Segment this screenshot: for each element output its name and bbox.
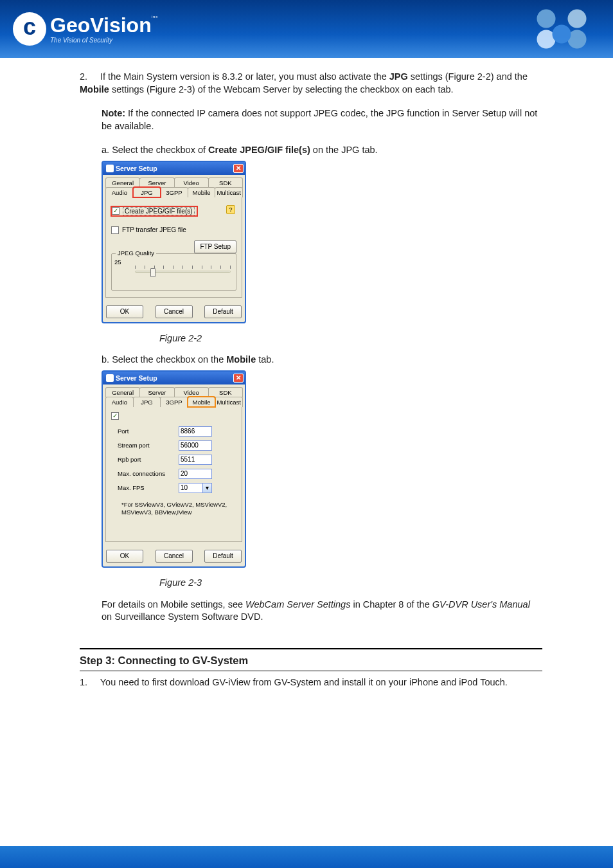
- tab-jpg[interactable]: JPG: [133, 397, 161, 407]
- default-button[interactable]: Default: [204, 305, 242, 318]
- tab-mobile[interactable]: Mobile: [188, 187, 216, 197]
- tab-mobile[interactable]: Mobile: [188, 397, 216, 407]
- tab-audio[interactable]: Audio: [105, 397, 134, 407]
- intro-num: 2.: [80, 71, 98, 84]
- app-icon: [106, 374, 114, 382]
- tab-general[interactable]: General: [105, 387, 140, 397]
- tab-general[interactable]: General: [105, 177, 140, 188]
- input-rpb-port[interactable]: [179, 455, 212, 465]
- tab-sdk[interactable]: SDK: [208, 177, 243, 188]
- input-max-fps[interactable]: [179, 483, 203, 493]
- groupbox-jpeg-quality: JPEG Quality 25: [111, 253, 236, 291]
- tab-server[interactable]: Server: [139, 177, 174, 188]
- note-paragraph: Note: If the connected IP camera does no…: [102, 107, 542, 132]
- tab-server[interactable]: Server: [139, 387, 174, 397]
- tab-audio[interactable]: Audio: [105, 187, 134, 197]
- substep-a: a. Select the checkbox of Create JPEG/GI…: [102, 144, 542, 157]
- checkbox-create-jpeg[interactable]: [112, 207, 120, 215]
- checkbox-enable-mobile[interactable]: [111, 412, 119, 420]
- close-icon[interactable]: ✕: [233, 374, 244, 383]
- step3-body: 1. You need to first download GV-iView f…: [80, 676, 542, 689]
- panel-jpg: Create JPEG/GIF file(s) ? FTP transfer J…: [105, 197, 242, 298]
- input-stream-port[interactable]: [179, 440, 212, 451]
- tab-sdk[interactable]: SDK: [208, 387, 243, 397]
- tab-video[interactable]: Video: [174, 387, 209, 397]
- tab-3gpp[interactable]: 3GPP: [160, 187, 188, 197]
- label-port: Port: [111, 428, 179, 435]
- dialog-mobile: Server Setup ✕ General Server Video SDK …: [102, 370, 246, 568]
- dialog-title-2: Server Setup ✕: [103, 372, 245, 384]
- mobile-note: *For SSViewV3, GViewV2, MSViewV2, MSView…: [111, 497, 236, 517]
- brand-geo: Geo: [50, 14, 90, 37]
- ok-button[interactable]: OK: [106, 305, 143, 318]
- app-icon: [106, 165, 114, 172]
- label-max-conn: Max. connections: [111, 470, 179, 477]
- brand-vision: Vision: [90, 14, 151, 37]
- dialog-title: Server Setup ✕: [103, 162, 245, 175]
- tab-video[interactable]: Video: [174, 177, 209, 188]
- post-paragraph: For details on Mobile settings, see WebC…: [102, 599, 542, 624]
- checkbox-ftp-transfer[interactable]: [111, 226, 119, 234]
- label-ftp-transfer: FTP transfer JPEG file: [122, 226, 186, 233]
- default-button[interactable]: Default: [204, 550, 242, 563]
- brand-tagline: The Vision of Security: [50, 37, 158, 44]
- intro-paragraph: 2. If the Main System version is 8.3.2 o…: [80, 71, 542, 96]
- cancel-button[interactable]: Cancel: [155, 305, 193, 318]
- input-port[interactable]: [179, 426, 212, 437]
- tab-multicast[interactable]: Multicast: [215, 187, 243, 197]
- page-footer: [0, 846, 613, 868]
- label-max-fps: Max. FPS: [111, 484, 179, 491]
- page-content: 2. If the Main System version is 8.3.2 o…: [0, 58, 613, 689]
- page-header: GeoVisioninc The Vision of Security: [0, 0, 613, 58]
- puzzle-icon: [523, 3, 600, 55]
- label-stream-port: Stream port: [111, 442, 179, 449]
- close-icon[interactable]: ✕: [233, 164, 244, 173]
- label-rpb-port: Rpb port: [111, 456, 179, 463]
- substep-b: b. Select the checkbox on the Mobile tab…: [102, 354, 542, 366]
- panel-mobile: Port Stream port Rpb port Max. connectio…: [105, 407, 242, 542]
- ok-button[interactable]: OK: [106, 550, 143, 563]
- tab-multicast[interactable]: Multicast: [215, 397, 243, 407]
- divider: [80, 671, 542, 671]
- chevron-down-icon[interactable]: ▾: [203, 483, 212, 493]
- logo-mark-icon: [13, 12, 46, 46]
- groupbox-title: JPEG Quality: [116, 249, 156, 257]
- figure-2-3-caption: Figure 2-3: [159, 577, 542, 590]
- cancel-button[interactable]: Cancel: [155, 550, 193, 563]
- dialog-jpg: Server Setup ✕ General Server Video SDK …: [102, 161, 246, 323]
- step3-title: Step 3: Connecting to GV-System: [80, 655, 542, 667]
- slider-thumb-icon[interactable]: [150, 268, 155, 277]
- tab-jpg[interactable]: JPG: [133, 187, 161, 197]
- figure-2-2-caption: Figure 2-2: [159, 332, 542, 345]
- brand-suffix: inc: [152, 15, 159, 19]
- tab-3gpp[interactable]: 3GPP: [160, 397, 188, 407]
- ftp-setup-button[interactable]: FTP Setup: [194, 240, 236, 253]
- note-label: Note:: [102, 108, 125, 118]
- label-create-jpeg: Create JPEG/GIF file(s): [123, 207, 195, 215]
- divider: [80, 648, 542, 649]
- logo: GeoVisioninc The Vision of Security: [13, 12, 158, 46]
- input-max-conn[interactable]: [179, 469, 212, 479]
- help-icon[interactable]: ?: [226, 205, 235, 214]
- quality-value: 25: [114, 258, 121, 266]
- quality-slider[interactable]: [135, 264, 231, 278]
- step3-section: Step 3: Connecting to GV-System 1. You n…: [80, 648, 542, 689]
